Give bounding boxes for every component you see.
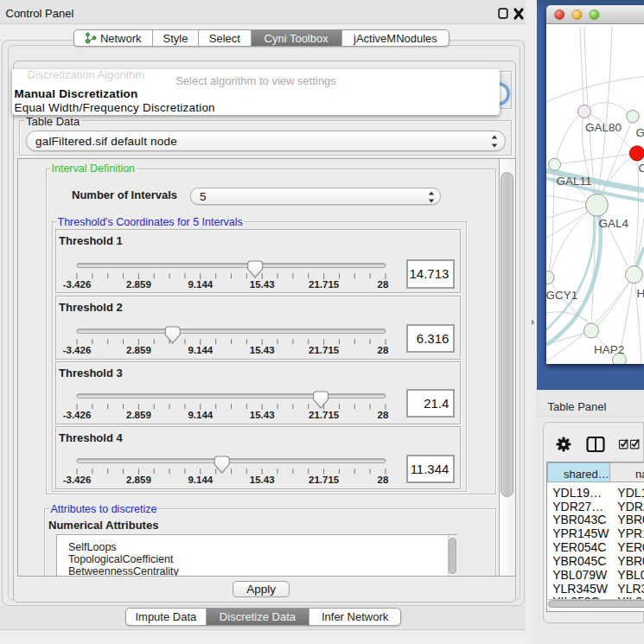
svg-text:15.43: 15.43: [250, 475, 275, 485]
svg-text:HAP2: HAP2: [594, 343, 624, 356]
svg-text:G.: G.: [635, 126, 644, 139]
svg-text:28: 28: [378, 409, 389, 419]
svg-text:21.715: 21.715: [309, 475, 340, 485]
svg-text:-3.426: -3.426: [63, 278, 92, 289]
svg-text:GCY1: GCY1: [546, 289, 577, 302]
svg-text:21.715: 21.715: [309, 344, 340, 354]
svg-text:2.859: 2.859: [126, 409, 151, 419]
svg-text:28: 28: [378, 344, 389, 354]
svg-text:-3.426: -3.426: [63, 344, 92, 354]
svg-text:-3.426: -3.426: [63, 475, 92, 485]
svg-text:GAL80: GAL80: [585, 121, 622, 134]
svg-text:9.144: 9.144: [188, 475, 213, 485]
svg-text:15.43: 15.43: [250, 344, 275, 354]
svg-text:21.715: 21.715: [309, 409, 340, 419]
svg-text:21.715: 21.715: [309, 278, 340, 289]
svg-text:2.859: 2.859: [126, 278, 151, 289]
svg-text:2.859: 2.859: [126, 475, 151, 485]
svg-text:9.144: 9.144: [188, 409, 213, 419]
svg-text:GAL11: GAL11: [557, 175, 592, 188]
svg-text:H: H: [636, 287, 644, 300]
svg-text:C: C: [638, 162, 644, 175]
svg-text:GAL4: GAL4: [598, 217, 628, 230]
svg-text:28: 28: [378, 475, 389, 485]
svg-text:-3.426: -3.426: [63, 409, 92, 419]
svg-text:9.144: 9.144: [188, 344, 213, 354]
svg-text:2.859: 2.859: [126, 344, 151, 354]
svg-text:28: 28: [378, 278, 389, 289]
svg-text:15.43: 15.43: [250, 409, 275, 419]
svg-text:9.144: 9.144: [188, 278, 213, 289]
svg-text:15.43: 15.43: [250, 278, 275, 289]
